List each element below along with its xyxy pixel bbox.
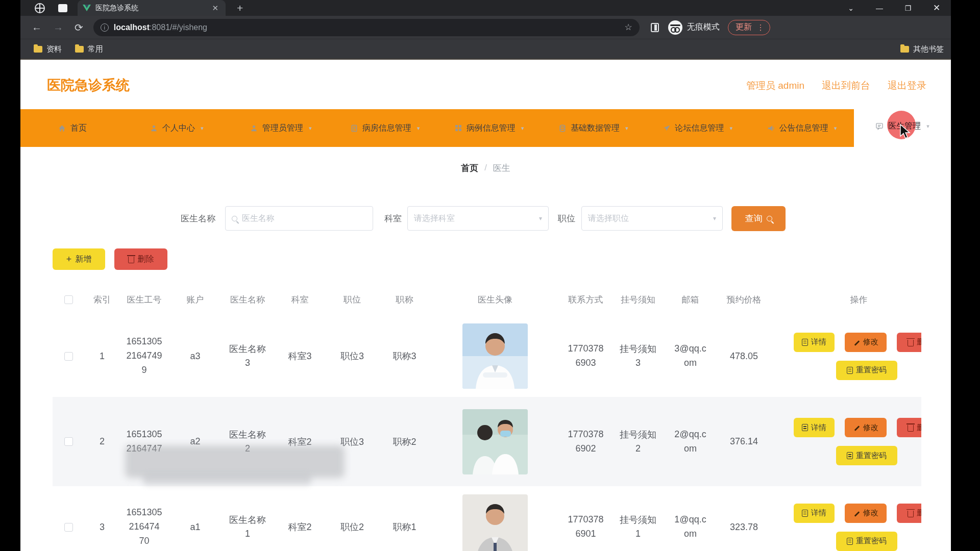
vue-favicon xyxy=(83,5,91,11)
add-button[interactable]: + 新增 xyxy=(53,248,105,270)
pen-icon xyxy=(853,339,860,346)
sidebar-icon[interactable] xyxy=(651,23,659,32)
col-header: 医生工号 xyxy=(120,284,168,315)
user-icon xyxy=(150,124,158,132)
bookmark-folder[interactable]: 常用 xyxy=(75,44,103,54)
page-info-icon[interactable]: i xyxy=(101,23,109,32)
case-icon xyxy=(455,124,462,132)
back-icon[interactable]: ← xyxy=(32,21,42,33)
nav-label: 首页 xyxy=(70,123,87,134)
chevron-down-icon: ▾ xyxy=(625,125,628,132)
row-checkbox[interactable] xyxy=(64,352,73,361)
dept-select[interactable]: 请选择科室 ▾ xyxy=(407,206,549,231)
nav-item-profile[interactable]: 个人中心 ▾ xyxy=(125,109,229,147)
doctor-name-label: 医生名称 xyxy=(181,206,215,231)
ward-icon xyxy=(351,124,358,132)
breadcrumb-separator: / xyxy=(484,163,487,173)
edit-button[interactable]: 修改 xyxy=(845,504,887,523)
nav-item-case[interactable]: 病例信息管理 ▾ xyxy=(437,109,542,147)
row-delete-button[interactable]: 删除 xyxy=(897,418,921,437)
update-label[interactable]: 更新 xyxy=(736,22,752,33)
cell-job-title: 职称2 xyxy=(378,397,431,486)
reset-password-button[interactable]: 重置密码 xyxy=(836,361,897,380)
trash-icon xyxy=(128,257,134,263)
new-tab-icon[interactable]: + xyxy=(237,2,243,14)
col-header: 职称 xyxy=(378,284,431,315)
position-select[interactable]: 请选择职位 ▾ xyxy=(581,206,723,231)
doctor-name-input-wrap xyxy=(225,206,373,231)
close-icon[interactable]: ✕ xyxy=(922,3,951,13)
doctor-photo xyxy=(462,323,528,389)
bookmark-label: 常用 xyxy=(88,44,103,54)
cell-name: 医生名称3 xyxy=(228,342,267,370)
trash-icon xyxy=(908,340,914,346)
star-icon[interactable]: ☆ xyxy=(625,22,632,33)
reset-password-button[interactable]: 重置密码 xyxy=(836,446,897,465)
nav-item-home[interactable]: 首页 xyxy=(20,109,125,147)
chevron-down-icon: ▾ xyxy=(521,125,524,132)
browser-toolbar: ← → ⟳ i localhost :8081/#/yisheng ☆ 无痕模式… xyxy=(20,16,951,39)
logout-link[interactable]: 退出登录 xyxy=(888,79,926,92)
doc-icon xyxy=(802,339,808,346)
add-label: 新增 xyxy=(75,254,91,265)
row-checkbox[interactable] xyxy=(64,437,73,446)
nav-item-admins[interactable]: 管理员管理 ▾ xyxy=(229,109,333,147)
row-delete-button[interactable]: 删除 xyxy=(897,504,921,523)
menu-dots-icon[interactable]: ⋮ xyxy=(757,23,765,32)
tab-square-icon[interactable] xyxy=(58,4,67,12)
tab-title: 医院急诊系统 xyxy=(95,4,210,13)
url-path: :8081/#/yisheng xyxy=(150,23,207,32)
query-button[interactable]: 查询 xyxy=(731,206,786,231)
restore-icon[interactable]: ❐ xyxy=(894,4,922,12)
nav-item-ward[interactable]: 病房信息管理 ▾ xyxy=(333,109,437,147)
doctor-name-input[interactable] xyxy=(242,214,366,223)
position-select-placeholder: 请选择职位 xyxy=(588,213,713,224)
edit-button[interactable]: 修改 xyxy=(845,418,887,437)
reset-password-button[interactable]: 重置密码 xyxy=(836,532,897,551)
cell-index: 2 xyxy=(84,397,120,486)
detail-button[interactable]: 详情 xyxy=(794,418,835,437)
dept-label: 科室 xyxy=(384,206,402,231)
select-all-checkbox[interactable] xyxy=(64,295,73,304)
minimize-icon[interactable]: — xyxy=(865,4,894,12)
update-menu[interactable]: 更新 ⋮ xyxy=(728,20,770,35)
blurred-region xyxy=(143,474,311,485)
detail-button[interactable]: 详情 xyxy=(794,333,835,352)
folder-icon xyxy=(900,46,909,53)
reload-icon[interactable]: ⟳ xyxy=(75,21,83,34)
cell-name: 医生名称1 xyxy=(228,513,267,541)
browser-tab[interactable]: 医院急诊系统 ✕ xyxy=(78,0,226,16)
plus-icon: + xyxy=(66,255,72,264)
tab-close-icon[interactable]: ✕ xyxy=(210,4,220,13)
admin-user-link[interactable]: 管理员 admin xyxy=(746,79,804,92)
breadcrumb-home[interactable]: 首页 xyxy=(461,162,478,174)
page-content: 医院急诊系统 管理员 admin 退出到前台 退出登录 首页 个人中心 xyxy=(20,60,951,551)
detail-button[interactable]: 详情 xyxy=(794,504,835,523)
cell-account: a3 xyxy=(168,315,222,397)
row-delete-label: 删除 xyxy=(917,337,921,347)
cell-phone: 17703786903 xyxy=(567,342,605,370)
chevron-down-icon[interactable]: ⌄ xyxy=(837,4,865,12)
nav-item-forum[interactable]: 论坛信息管理 ▾ xyxy=(646,109,750,147)
other-bookmarks[interactable]: 其他书签 xyxy=(900,44,944,54)
chevron-down-icon: ▾ xyxy=(309,125,312,132)
nav-label: 论坛信息管理 xyxy=(675,123,724,134)
row-checkbox[interactable] xyxy=(64,523,73,532)
chevron-down-icon: ▾ xyxy=(713,215,716,222)
exit-front-link[interactable]: 退出到前台 xyxy=(822,79,870,92)
delete-button[interactable]: 删除 xyxy=(114,248,167,270)
row-delete-label: 删除 xyxy=(917,508,921,518)
edit-button[interactable]: 修改 xyxy=(845,333,887,352)
bookmark-folder[interactable]: 资料 xyxy=(34,44,62,54)
reset-label: 重置密码 xyxy=(856,365,887,375)
forward-icon[interactable]: → xyxy=(53,21,63,33)
nav-item-notice[interactable]: 公告信息管理 ▾ xyxy=(750,109,854,147)
cell-dept: 科室3 xyxy=(273,315,327,397)
cell-notice: 挂号须知3 xyxy=(619,342,657,370)
row-delete-button[interactable]: 删除 xyxy=(897,333,921,352)
globe-icon[interactable] xyxy=(35,3,45,13)
bookmarks-bar: 资料 常用 其他书签 xyxy=(20,39,951,60)
reset-label: 重置密码 xyxy=(856,451,887,461)
nav-item-basedata[interactable]: 基础数据管理 ▾ xyxy=(542,109,646,147)
url-bar[interactable]: i localhost :8081/#/yisheng ☆ xyxy=(93,19,640,36)
